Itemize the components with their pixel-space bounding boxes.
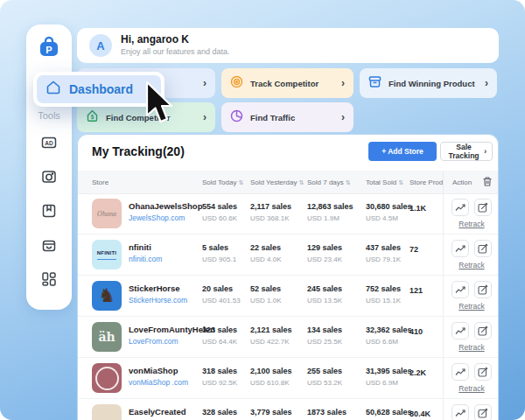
- store-products-value: 2.2K: [410, 368, 426, 377]
- target-icon: [230, 75, 243, 92]
- table-row: EaselyCreated EaselyCreated .com 328 sal…: [78, 399, 498, 420]
- app-screen: P Tools AD: [0, 0, 525, 420]
- action-cell: Retrack: [443, 193, 498, 234]
- store-avatar: äh: [92, 322, 122, 352]
- column-header-sold-today[interactable]: Sold Today⇅: [202, 178, 243, 186]
- chart-icon[interactable]: [452, 363, 469, 381]
- edit-icon[interactable]: [474, 363, 492, 381]
- usd-value: USD 905.1: [202, 256, 236, 263]
- action-cell: Retrack: [443, 358, 498, 398]
- retrack-link[interactable]: Retrack: [444, 384, 498, 393]
- chevron-right-icon: ›: [484, 147, 486, 156]
- chart-icon[interactable]: [452, 240, 469, 257]
- retrack-link[interactable]: Retrack: [444, 220, 498, 228]
- sort-icon: ⇅: [346, 179, 351, 186]
- greeting-text: Hi, angaroo K: [121, 33, 189, 46]
- store-avatar: [92, 363, 122, 393]
- sales-cell: 12,863 salesUSD 1.9M: [307, 202, 354, 222]
- usd-value: USD 422.7K: [250, 338, 292, 346]
- mouse-cursor-icon: [144, 80, 178, 131]
- sales-cell: 1873 salesUSD 17.3K: [307, 408, 346, 420]
- chevron-right-icon: ›: [203, 111, 206, 123]
- usd-value: USD 92.5K: [202, 379, 237, 387]
- product-scan-icon[interactable]: [41, 169, 57, 185]
- chart-icon[interactable]: [452, 404, 469, 420]
- store-link[interactable]: nfiniti.com: [129, 255, 162, 263]
- action-cell: Retrack: [443, 276, 498, 316]
- usd-value: USD 15.1K: [366, 297, 401, 304]
- sales-cell: 323 salesUSD 64.4K: [202, 326, 237, 346]
- retrack-link[interactable]: Retrack: [444, 302, 498, 311]
- edit-icon[interactable]: [474, 240, 492, 257]
- store-link[interactable]: StickerHorse.com: [129, 296, 187, 304]
- column-header-sold-yesterday[interactable]: Sold Yesterday⇅: [250, 178, 304, 186]
- column-header-sold-7days[interactable]: Sold 7 days⇅: [307, 178, 351, 186]
- usd-value: USD 4.5M: [366, 214, 412, 222]
- chart-icon[interactable]: [452, 281, 469, 298]
- store-products-value: 121: [410, 286, 423, 295]
- usd-value: USD 6.9M: [366, 379, 412, 387]
- nav-card-track-competitor[interactable]: Track Competitor ›: [221, 68, 354, 98]
- usd-value: USD 60.6K: [202, 214, 237, 222]
- table-body: Ohana OhanaJewelsShop JewelsShop.com 554…: [78, 193, 498, 420]
- nav-card-find-traffic[interactable]: Find Traffic ›: [221, 102, 354, 132]
- sales-cell: 2,117 salesUSD 368.1K: [250, 202, 291, 222]
- bookmark-icon[interactable]: [41, 203, 57, 219]
- product-box-icon: [368, 75, 382, 92]
- store-products-value: 410: [410, 327, 423, 336]
- home-icon: [46, 80, 61, 99]
- user-avatar: A: [89, 34, 112, 57]
- edit-icon[interactable]: [474, 199, 492, 216]
- sales-cell: 245 salesUSD 13.5K: [307, 284, 342, 304]
- sort-icon: ⇅: [298, 179, 304, 186]
- sales-cell: 752 salesUSD 15.1K: [366, 284, 401, 304]
- sort-icon: ⇅: [238, 179, 243, 186]
- action-cell: Retrack: [443, 399, 498, 420]
- usd-value: USD 368.1K: [250, 214, 291, 222]
- nav-card-find-winning-product[interactable]: Find Winning Product ›: [360, 68, 497, 98]
- nav-card-label: Find Winning Product: [388, 79, 475, 88]
- sales-cell: 318 salesUSD 92.5K: [202, 367, 237, 387]
- edit-icon[interactable]: [474, 404, 492, 420]
- store-products-value: 1.1K: [410, 204, 426, 213]
- store-products-value: 80.4K: [410, 410, 430, 418]
- ad-icon[interactable]: AD: [41, 135, 57, 150]
- apps-icon[interactable]: [41, 271, 57, 287]
- chevron-right-icon: ›: [341, 111, 345, 123]
- trash-icon[interactable]: [482, 176, 493, 190]
- edit-icon[interactable]: [474, 281, 492, 298]
- action-cell: Retrack: [443, 234, 498, 275]
- store-link[interactable]: JewelsShop.com: [129, 214, 185, 222]
- chart-icon[interactable]: [452, 199, 469, 216]
- store-link[interactable]: vonMiaShop .com: [129, 378, 188, 387]
- sales-cell: 2,121 salesUSD 422.7K: [250, 326, 292, 346]
- sales-cell: 50,628 salesUSD 2.4M: [366, 408, 412, 420]
- usd-value: USD 23.4K: [307, 256, 342, 263]
- chart-icon[interactable]: [452, 322, 469, 340]
- app-logo-icon: P: [37, 34, 61, 62]
- sidebar: P Tools AD: [26, 24, 72, 310]
- column-header-total-sold[interactable]: Total Sold⇅: [366, 178, 403, 186]
- tools-label: Tools: [26, 110, 72, 121]
- column-header-store: Store: [92, 178, 108, 186]
- sales-cell: 328 salesUSD 14.4K: [202, 408, 237, 420]
- greeting-card: A Hi, angaroo K Enjoy all our features a…: [77, 28, 499, 63]
- shop-bag-icon[interactable]: [41, 237, 57, 253]
- edit-icon[interactable]: [474, 322, 492, 340]
- store-name: OhanaJewelsShop: [129, 201, 202, 211]
- nav-card-label: Find Traffic: [250, 113, 295, 122]
- sales-cell: 554 salesUSD 60.6K: [202, 202, 237, 222]
- chevron-right-icon: ›: [341, 77, 345, 89]
- sale-tracking-button[interactable]: Sale Tracking ›: [440, 142, 493, 161]
- store-products-value: 72: [410, 245, 418, 254]
- usd-value: USD 53.2K: [307, 379, 342, 387]
- usd-value: USD 610.8K: [250, 379, 292, 387]
- retrack-link[interactable]: Retrack: [444, 343, 498, 352]
- panel-title: My Tracking(20): [92, 144, 185, 158]
- retrack-link[interactable]: Retrack: [444, 261, 498, 270]
- add-store-button[interactable]: + Add Store: [368, 142, 437, 161]
- store-link[interactable]: LoveFrom.com: [129, 337, 178, 346]
- sales-cell: 3,779 salesUSD 165.7K: [250, 408, 292, 420]
- store-name: nfiniti: [129, 242, 151, 252]
- svg-text:P: P: [46, 45, 52, 55]
